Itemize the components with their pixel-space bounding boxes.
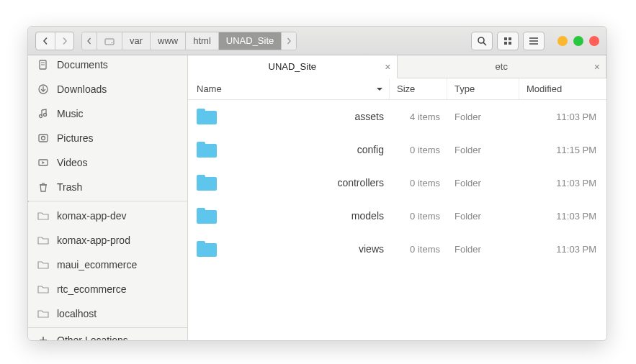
folder-icon bbox=[37, 307, 50, 320]
minimize-button[interactable] bbox=[557, 36, 568, 46]
sidebar-bookmarks: komax-app-devkomax-app-prodmaui_ecommerc… bbox=[28, 202, 187, 327]
file-modified: 11:15 PM bbox=[519, 145, 606, 155]
sidebar-item-komax-app-prod[interactable]: komax-app-prod bbox=[28, 228, 187, 252]
breadcrumb-seg-1[interactable]: www bbox=[151, 32, 186, 50]
header-name-label: Name bbox=[197, 83, 222, 94]
folder-icon bbox=[37, 234, 50, 247]
pictures-icon bbox=[37, 132, 50, 145]
back-button[interactable] bbox=[36, 32, 55, 50]
chevron-right-icon bbox=[61, 37, 68, 45]
file-name: views bbox=[359, 243, 384, 255]
tabs: UNAD_Site×etc× bbox=[188, 55, 606, 78]
breadcrumb-seg-2[interactable]: html bbox=[186, 32, 219, 50]
breadcrumb-seg-3[interactable]: UNAD_Site bbox=[219, 32, 282, 50]
sidebar-item-label: Music bbox=[57, 108, 84, 119]
svg-point-15 bbox=[40, 115, 42, 118]
close-button[interactable] bbox=[589, 36, 599, 46]
sidebar-item-label: Documents bbox=[57, 59, 108, 70]
file-size: 0 items bbox=[390, 133, 447, 166]
menu-button[interactable] bbox=[523, 32, 545, 50]
file-modified: 11:03 PM bbox=[519, 112, 606, 122]
file-row[interactable]: assets4 itemsFolder11:03 PM bbox=[188, 100, 606, 133]
file-size: 0 items bbox=[390, 232, 447, 265]
file-type: Folder bbox=[447, 199, 519, 232]
file-row[interactable]: models0 itemsFolder11:03 PM bbox=[188, 199, 606, 232]
breadcrumb: var www html UNAD_Site bbox=[81, 32, 297, 50]
chevron-right-icon bbox=[286, 37, 292, 45]
svg-rect-6 bbox=[504, 42, 507, 45]
file-modified: 11:03 PM bbox=[519, 178, 606, 188]
file-size: 4 items bbox=[390, 100, 447, 133]
trash-icon bbox=[37, 181, 50, 194]
tab-label: etc bbox=[496, 61, 508, 72]
file-name: config bbox=[357, 144, 384, 155]
music-icon bbox=[37, 107, 50, 120]
sidebar-item-label: Videos bbox=[57, 157, 88, 168]
sidebar-item-komax-app-dev[interactable]: komax-app-dev bbox=[28, 204, 187, 228]
svg-rect-4 bbox=[504, 37, 507, 40]
grid-icon bbox=[503, 37, 512, 45]
sidebar-item-trash[interactable]: Trash bbox=[28, 175, 187, 199]
header-size[interactable]: Size bbox=[390, 78, 447, 99]
svg-line-3 bbox=[483, 42, 486, 45]
sidebar-item-maui_ecommerce[interactable]: maui_ecommerce bbox=[28, 252, 187, 277]
search-button[interactable] bbox=[471, 32, 493, 50]
breadcrumb-disk[interactable] bbox=[97, 32, 122, 50]
sidebar-item-label: Trash bbox=[57, 181, 82, 193]
sidebar-places: DocumentsDownloadsMusicPicturesVideosTra… bbox=[28, 55, 187, 201]
window-controls bbox=[557, 36, 599, 46]
disk-icon bbox=[104, 37, 115, 45]
forward-button[interactable] bbox=[55, 32, 73, 50]
header-type[interactable]: Type bbox=[447, 78, 519, 99]
file-modified: 11:03 PM bbox=[519, 211, 606, 222]
other-locations[interactable]: Other Locations bbox=[28, 327, 187, 340]
sidebar-item-rtc_ecommerce[interactable]: rtc_ecommerce bbox=[28, 277, 187, 301]
folder-icon bbox=[197, 109, 217, 124]
svg-rect-7 bbox=[509, 42, 511, 45]
file-row[interactable]: views0 itemsFolder11:03 PM bbox=[188, 232, 606, 265]
file-manager-window: var www html UNAD_Site DocumentsDownload… bbox=[27, 26, 607, 341]
svg-point-18 bbox=[42, 137, 45, 140]
documents-icon bbox=[37, 58, 50, 71]
file-size: 0 items bbox=[390, 166, 447, 199]
file-size: 0 items bbox=[390, 199, 447, 232]
tab-UNAD_Site[interactable]: UNAD_Site× bbox=[188, 55, 398, 78]
header-name[interactable]: Name bbox=[188, 78, 390, 99]
hamburger-icon bbox=[529, 37, 539, 45]
folder-icon bbox=[197, 208, 217, 224]
header-size-label: Size bbox=[397, 83, 415, 94]
folder-icon bbox=[37, 283, 50, 296]
header-modified[interactable]: Modified bbox=[519, 83, 606, 94]
tab-close-button[interactable]: × bbox=[594, 61, 600, 73]
sidebar-item-label: rtc_ecommerce bbox=[57, 283, 126, 295]
file-row[interactable]: config0 itemsFolder11:15 PM bbox=[188, 133, 606, 166]
file-row[interactable]: controllers0 itemsFolder11:03 PM bbox=[188, 166, 606, 199]
breadcrumb-seg-0[interactable]: var bbox=[122, 32, 151, 50]
tab-etc[interactable]: etc× bbox=[398, 55, 607, 78]
sort-desc-icon bbox=[376, 86, 383, 92]
view-grid-button[interactable] bbox=[497, 32, 519, 50]
toolbar: var www html UNAD_Site bbox=[28, 27, 606, 55]
sidebar-item-downloads[interactable]: Downloads bbox=[28, 77, 187, 101]
sidebar-item-documents[interactable]: Documents bbox=[28, 55, 187, 77]
file-type: Folder bbox=[447, 100, 519, 133]
tab-close-button[interactable]: × bbox=[385, 61, 390, 73]
folder-icon bbox=[37, 209, 50, 222]
svg-rect-0 bbox=[105, 39, 114, 45]
file-type: Folder bbox=[447, 133, 519, 166]
sidebar-item-localhost[interactable]: localhost bbox=[28, 301, 187, 326]
maximize-button[interactable] bbox=[573, 36, 583, 46]
column-headers: Name Size Type Modified bbox=[188, 78, 606, 100]
svg-rect-17 bbox=[39, 135, 48, 142]
sidebar: DocumentsDownloadsMusicPicturesVideosTra… bbox=[28, 55, 188, 340]
sidebar-item-music[interactable]: Music bbox=[28, 101, 187, 126]
breadcrumb-root[interactable] bbox=[82, 32, 97, 50]
svg-rect-5 bbox=[509, 37, 511, 40]
sidebar-item-videos[interactable]: Videos bbox=[28, 150, 187, 175]
search-icon bbox=[477, 36, 487, 46]
folder-icon bbox=[37, 258, 50, 271]
other-locations-label: Other Locations bbox=[57, 335, 128, 340]
file-name: controllers bbox=[337, 177, 384, 188]
breadcrumb-more[interactable] bbox=[282, 32, 296, 50]
sidebar-item-pictures[interactable]: Pictures bbox=[28, 126, 187, 150]
